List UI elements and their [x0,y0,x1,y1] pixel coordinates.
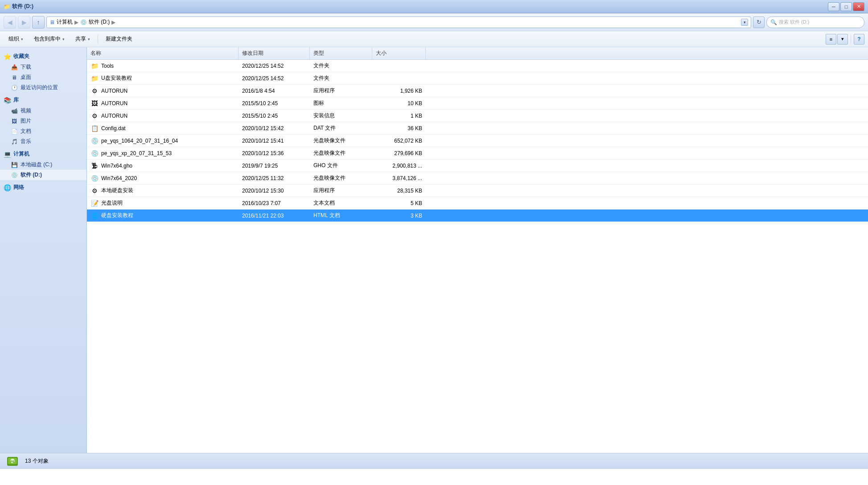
file-icon: ⚙ [91,112,99,120]
refresh-button[interactable]: ↻ [753,16,765,28]
table-row[interactable]: 📝 光盘说明 2016/10/23 7:07 文本文档 5 KB [87,197,868,210]
sidebar-item-downloads[interactable]: 📥 下载 [0,62,86,72]
sidebar-item-pictures[interactable]: 🖼 图片 [0,116,86,126]
sidebar-item-desktop[interactable]: 🖥 桌面 [0,72,86,82]
file-icon: 📁 [91,74,99,82]
address-sep1: ▶ [74,19,78,25]
file-name-cell: ⚙ 本地硬盘安装 [87,185,239,197]
col-header-size[interactable]: 大小 [372,47,426,59]
file-name-cell: 📁 Tools [87,60,239,72]
table-row[interactable]: 📋 Config.dat 2020/10/12 15:42 DAT 文件 36 … [87,122,868,135]
file-date-cell: 2019/9/7 19:25 [239,160,310,172]
toolbar-sep2 [851,35,851,44]
address-bar[interactable]: 🖥 计算机 ▶ 💿 软件 (D:) ▶ ▾ [46,16,751,28]
folder-icon: 📁 [4,4,10,10]
sidebar-section-library: 📚 库 📹 视频 🖼 图片 📄 文档 🎵 音乐 [0,95,86,147]
table-row[interactable]: 🖼 AUTORUN 2015/5/10 2:45 图标 10 KB [87,97,868,110]
file-name-cell: 💿 pe_yqs_1064_20_07_31_16_04 [87,135,239,147]
table-row[interactable]: 💿 Win7x64_2020 2020/12/25 11:32 光盘映像文件 3… [87,172,868,185]
organize-label: 组织 [8,35,19,43]
col-header-type[interactable]: 类型 [310,47,372,59]
col-header-date[interactable]: 修改日期 [239,47,310,59]
table-row[interactable]: 📁 Tools 2020/12/25 14:52 文件夹 [87,60,868,72]
file-type-cell: 应用程序 [310,185,372,197]
table-row[interactable]: 💿 pe_yqs_1064_20_07_31_16_04 2020/10/12 … [87,135,868,147]
file-date-cell: 2016/1/8 4:54 [239,85,310,97]
up-button[interactable]: ↑ [32,16,45,29]
new-folder-button[interactable]: 新建文件夹 [101,33,137,45]
table-row[interactable]: ⚙ AUTORUN 2015/5/10 2:45 安装信息 1 KB [87,110,868,122]
table-row[interactable]: 🗜 Win7x64.gho 2019/9/7 19:25 GHO 文件 2,90… [87,160,868,172]
table-row[interactable]: ⚙ AUTORUN 2016/1/8 4:54 应用程序 1,926 KB [87,85,868,97]
file-icon: 🖼 [91,99,99,107]
folder-icon-small: 🖥 [49,19,55,25]
forward-button[interactable]: ▶ [18,16,30,29]
view-list-button[interactable]: ≡ [826,34,836,45]
file-name-cell: ⚙ AUTORUN [87,85,239,97]
sidebar-item-recent[interactable]: 🕐 最近访问的位置 [0,82,86,93]
file-size-cell: 2,900,813 ... [372,160,426,172]
music-label: 音乐 [21,138,31,145]
search-placeholder: 搜索 软件 (D:) [779,19,809,25]
sidebar-item-videos[interactable]: 📹 视频 [0,106,86,116]
sidebar-item-drive-d[interactable]: 💿 软件 (D:) [0,170,86,180]
file-size-cell: 36 KB [372,122,426,134]
address-dropdown-button[interactable]: ▾ [741,19,748,26]
include-library-button[interactable]: 包含到库中 ▾ [29,33,70,45]
file-size-cell: 3 KB [372,210,426,222]
close-button[interactable]: ✕ [853,2,864,11]
file-area[interactable]: 名称 修改日期 类型 大小 📁 Tools 2020/12/25 14:52 文… [87,47,868,453]
table-row[interactable]: 💿 pe_yqs_xp_20_07_31_15_53 2020/10/12 15… [87,147,868,160]
maximize-button[interactable]: □ [840,2,852,11]
sidebar-item-drive-c[interactable]: 💾 本地磁盘 (C:) [0,160,86,170]
sidebar-item-docs[interactable]: 📄 文档 [0,126,86,136]
drive-c-label: 本地磁盘 (C:) [21,161,52,169]
file-icon: 📝 [91,199,99,207]
library-icon: 📚 [4,97,11,104]
share-button[interactable]: 共享 ▾ [70,33,95,45]
file-date-cell: 2020/10/12 15:36 [239,147,310,159]
network-icon: 🌐 [4,184,11,191]
file-type-cell: 光盘映像文件 [310,135,372,147]
file-size-cell: 652,072 KB [372,135,426,147]
share-label: 共享 [75,35,86,43]
sidebar-header-network[interactable]: 🌐 网络 [0,182,86,193]
window-controls: ─ □ ✕ [828,2,864,11]
address-computer: 计算机 [57,18,73,26]
file-date-cell: 2016/11/21 22:03 [239,210,310,222]
file-list: 📁 Tools 2020/12/25 14:52 文件夹 📁 U盘安装教程 20… [87,60,868,222]
help-button[interactable]: ? [854,34,864,45]
file-type-cell: 文件夹 [310,72,372,84]
computer-label: 计算机 [13,150,29,158]
sidebar-header-favorites[interactable]: ⭐ 收藏夹 [0,51,86,62]
file-type-cell: HTML 文档 [310,210,372,222]
file-icon: ⚙ [91,187,99,195]
view-dropdown-button[interactable]: ▾ [837,34,848,45]
videos-icon: 📹 [11,107,18,115]
table-row[interactable]: 📁 U盘安装教程 2020/12/25 14:52 文件夹 [87,72,868,85]
minimize-button[interactable]: ─ [828,2,839,11]
file-size-cell: 28,315 KB [372,185,426,197]
include-dropdown-icon: ▾ [62,37,65,41]
sidebar-header-computer[interactable]: 💻 计算机 [0,148,86,160]
include-label: 包含到库中 [34,35,61,43]
table-row[interactable]: ⚙ 本地硬盘安装 2020/10/12 15:30 应用程序 28,315 KB [87,185,868,197]
main-area: ⭐ 收藏夹 📥 下载 🖥 桌面 🕐 最近访问的位置 📚 库 [0,47,868,453]
file-type-cell: DAT 文件 [310,122,372,134]
drive-c-icon: 💾 [11,161,18,169]
file-size-cell: 1 KB [372,110,426,122]
file-type-cell: 光盘映像文件 [310,147,372,159]
file-name-cell: 💿 Win7x64_2020 [87,172,239,184]
sidebar-item-music[interactable]: 🎵 音乐 [0,136,86,147]
docs-icon: 📄 [11,128,18,135]
file-type-cell: 光盘映像文件 [310,172,372,184]
sidebar-header-library[interactable]: 📚 库 [0,95,86,106]
file-icon: 💿 [91,149,99,157]
search-bar[interactable]: 🔍 搜索 软件 (D:) [766,16,864,28]
col-header-name[interactable]: 名称 [87,47,239,59]
organize-button[interactable]: 组织 ▾ [4,33,28,45]
file-size-cell [372,60,426,72]
file-type-cell: 图标 [310,97,372,109]
back-button[interactable]: ◀ [4,16,16,29]
table-row[interactable]: 🌐 硬盘安装教程 2016/11/21 22:03 HTML 文档 3 KB [87,210,868,222]
